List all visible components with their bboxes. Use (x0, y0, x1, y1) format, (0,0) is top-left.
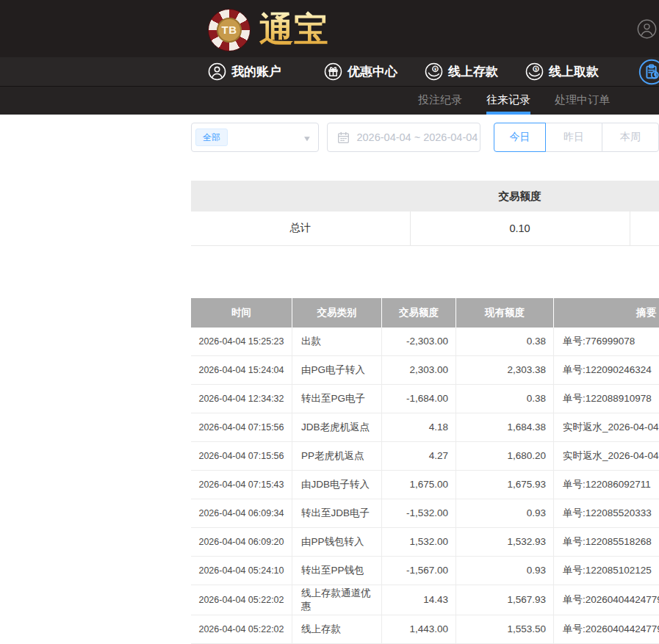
tab-active[interactable]: 往来记录 (486, 87, 530, 115)
nav-item-2[interactable]: 优惠中心 (324, 62, 397, 81)
column-header: 现有额度 (455, 298, 553, 328)
table-cell: 1,675.93 (455, 471, 553, 499)
table-cell: 1,567.93 (455, 585, 553, 615)
table-cell: 2026-04-04 07:15:56 (191, 442, 292, 471)
date-range-input[interactable]: 2026-04-04 ~ 2026-04-04 (327, 123, 480, 152)
table-cell: 4.27 (381, 442, 455, 471)
content-area: 全部 ▼ 2026-04-04 ~ 2026-04-04 今日昨日本周 (191, 123, 659, 644)
summary-total-label: 总计 (191, 211, 410, 245)
table-row: 2026-04-04 07:15:56JDB老虎机返点4.181,684.38实… (191, 413, 659, 442)
table-cell: 单号:202604044247797 (553, 615, 659, 644)
table-cell: 2026-04-04 15:24:04 (191, 356, 292, 385)
table-cell: 0.38 (455, 328, 553, 356)
table-row: 2026-04-04 15:24:04由PG电子转入2,303.002,303.… (191, 356, 659, 385)
table-cell: JDB老虎机返点 (292, 413, 381, 442)
table-cell: 2,303.38 (455, 356, 553, 385)
table-cell: 单号:776999078 (553, 328, 659, 356)
quick-date-button[interactable]: 今日 (494, 123, 546, 152)
table-cell: 2026-04-04 05:22:02 (191, 615, 292, 644)
table-cell: 2026-04-04 06:09:20 (191, 528, 292, 557)
summary-table: 交易额度 总计 0.10 (191, 181, 659, 246)
column-header: 时间 (191, 298, 292, 328)
summary-total-value: 0.10 (410, 211, 630, 245)
table-cell: 实时返水_2026-04-04 (553, 413, 659, 442)
table-cell: 14.43 (381, 585, 455, 615)
filter-row: 全部 ▼ 2026-04-04 ~ 2026-04-04 今日昨日本周 (191, 123, 659, 152)
table-cell: 单号:122090246324 (553, 356, 659, 385)
table-cell: -2,303.00 (381, 328, 455, 356)
table-cell: 0.93 (455, 499, 553, 528)
table-cell: 单号:202604044247797 (553, 585, 659, 615)
top-header: TB 通宝 (0, 0, 659, 57)
table-cell: 0.38 (455, 385, 553, 413)
transactions-header-row: 时间交易类别交易额度现有额度摘要 (191, 298, 659, 328)
table-cell: 1,553.50 (455, 615, 553, 644)
table-cell: 1,675.00 (381, 471, 455, 499)
table-cell: 1,532.00 (381, 528, 455, 557)
svg-text:¥: ¥ (434, 67, 437, 71)
quick-date-buttons: 今日昨日本周 (494, 123, 659, 152)
table-cell: 2026-04-04 07:15:43 (191, 471, 292, 499)
type-tag: 全部 (195, 129, 228, 146)
summary-header-row: 交易额度 (191, 181, 659, 211)
table-cell: 1,443.00 (381, 615, 455, 644)
transactions-table: 时间交易类别交易额度现有额度摘要 2026-04-04 15:25:23出款-2… (191, 298, 659, 644)
table-cell: 2026-04-04 05:22:02 (191, 585, 292, 615)
nav-item-1[interactable]: 我的账户 (208, 62, 281, 81)
table-cell: 单号:122086092711 (553, 471, 659, 499)
table-cell: -1,684.00 (381, 385, 455, 413)
table-cell: 转出至PP钱包 (292, 557, 381, 585)
table-row: 2026-04-04 07:15:43由JDB电子转入1,675.001,675… (191, 471, 659, 499)
summary-total-clipped (630, 211, 659, 245)
column-header: 摘要 (553, 298, 659, 328)
table-cell: 2026-04-04 05:24:10 (191, 557, 292, 585)
brand-logo[interactable]: TB 通宝 (208, 7, 328, 53)
gift-icon (324, 62, 342, 81)
table-row: 2026-04-04 05:22:02线上存款通道优惠14.431,567.93… (191, 585, 659, 615)
withdraw-icon: $ (525, 62, 544, 81)
main-nav: 我的账户优惠中心¥线上存款$线上取款 (0, 57, 659, 87)
table-cell: 4.18 (381, 413, 455, 442)
logo-tb-text: TB (217, 18, 242, 43)
nav-item-label: 我的账户 (231, 63, 281, 80)
summary-header-amount: 交易额度 (410, 181, 630, 211)
table-cell: 由PP钱包转入 (292, 528, 381, 557)
tab-inactive[interactable]: 处理中订单 (555, 87, 610, 115)
table-row: 2026-04-04 15:25:23出款-2,303.000.38单号:776… (191, 328, 659, 356)
nav-item-4[interactable]: $线上取款 (525, 62, 599, 81)
quick-date-button[interactable]: 本周 (602, 123, 659, 152)
table-cell: 线上存款 (292, 615, 381, 644)
table-cell: 2026-04-04 07:15:56 (191, 413, 292, 442)
table-cell: 2026-04-04 06:09:34 (191, 499, 292, 528)
table-cell: 单号:122088910978 (553, 385, 659, 413)
table-row: 2026-04-04 06:09:34转出至JDB电子-1,532.000.93… (191, 499, 659, 528)
poker-chip-icon: TB (208, 9, 251, 51)
table-cell: 1,680.20 (455, 442, 553, 471)
quick-date-button[interactable]: 昨日 (545, 123, 602, 152)
svg-text:$: $ (535, 67, 538, 71)
page: TB 通宝 我的账户优惠中心¥线上存款$线上取款 投 (0, 0, 659, 644)
records-icon[interactable] (638, 59, 659, 85)
transactions-body: 2026-04-04 15:25:23出款-2,303.000.38单号:776… (191, 328, 659, 644)
table-cell: 2026-04-04 12:34:32 (191, 385, 292, 413)
table-cell: -1,567.00 (381, 557, 455, 585)
nav-item-label: 线上取款 (549, 63, 599, 80)
table-cell: 0.93 (455, 557, 553, 585)
table-cell: 2026-04-04 15:25:23 (191, 328, 292, 356)
type-select[interactable]: 全部 ▼ (191, 123, 319, 152)
account-icon[interactable] (637, 19, 657, 39)
table-cell: 2,303.00 (381, 356, 455, 385)
table-cell: 1,532.93 (455, 528, 553, 557)
nav-item-3[interactable]: ¥线上存款 (425, 62, 498, 81)
date-range-value: 2026-04-04 ~ 2026-04-04 (356, 131, 478, 143)
table-cell: -1,532.00 (381, 499, 455, 528)
table-cell: 1,684.38 (455, 413, 553, 442)
nav-item-label: 线上存款 (448, 63, 498, 80)
table-cell: 实时返水_2026-04-04 (553, 442, 659, 471)
tab-inactive[interactable]: 投注纪录 (418, 87, 462, 115)
chevron-down-icon: ▼ (302, 134, 312, 142)
table-cell: PP老虎机返点 (292, 442, 381, 471)
table-row: 2026-04-04 05:24:10转出至PP钱包-1,567.000.93单… (191, 557, 659, 585)
table-cell: 线上存款通道优惠 (292, 585, 381, 615)
logo-brand-name: 通宝 (259, 7, 328, 53)
